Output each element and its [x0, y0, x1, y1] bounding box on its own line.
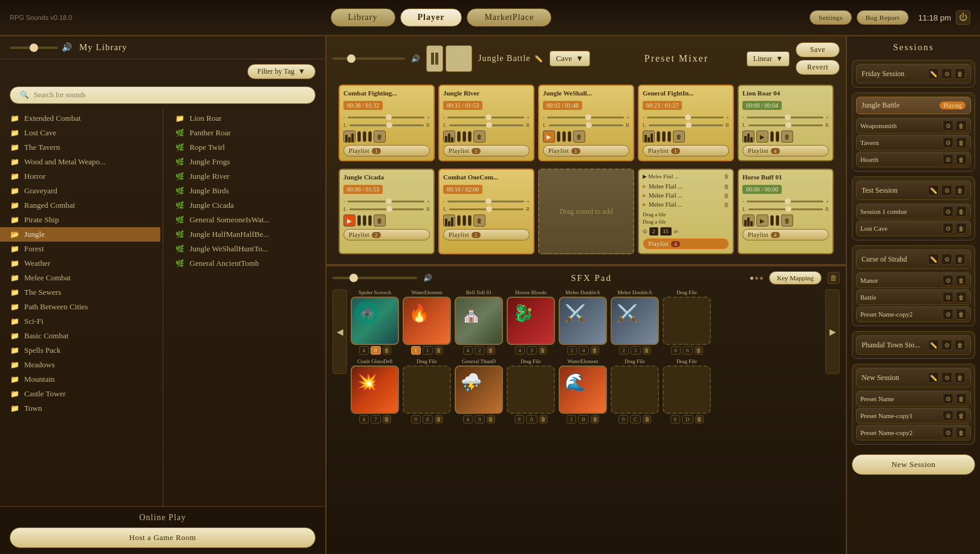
linear-dropdown[interactable]: Linear ▼ [747, 51, 790, 66]
session-sub-hearth[interactable]: Hearth ⚙ 🗑 [856, 152, 971, 167]
new-session-button[interactable]: New Session [852, 454, 975, 475]
settings-icon[interactable]: ⚙ [943, 154, 953, 165]
edit-icon[interactable]: ✏️ [534, 55, 544, 63]
volume-track[interactable] [10, 47, 58, 49]
sfx-image[interactable]: 💥 [351, 366, 399, 414]
session-item-test[interactable]: Test Session ✏️ ⚙ 🗑 [856, 181, 971, 200]
mixer-pause-button[interactable] [426, 45, 443, 72]
delete-icon[interactable]: 🗑 [956, 292, 967, 303]
settings-icon[interactable]: ⚙ [941, 185, 952, 196]
sfx-image[interactable]: 🐉 [507, 297, 555, 345]
melee-del-icon[interactable]: 🗑 [724, 173, 729, 179]
delete-session-icon[interactable]: 🗑 [955, 68, 965, 79]
mixer-stop-button[interactable] [446, 45, 472, 72]
sc-bar1[interactable] [357, 131, 361, 142]
session-sub-session1[interactable]: Session 1 combat ⚙ 🗑 [856, 204, 971, 219]
sfx-image[interactable]: ⛪ [455, 297, 503, 345]
settings-icon[interactable]: ⚙ [943, 275, 953, 286]
lib-item-pirate-ship[interactable]: 📁 Pirate Ship [0, 213, 160, 227]
playlist-button[interactable]: Playlist 4 [643, 238, 729, 250]
session-sub-preset-copy2[interactable]: Preset Name-copy2 ⚙ 🗑 [856, 306, 971, 322]
melee-item-3[interactable]: ▶ Melee Flail ... 🗑 [643, 200, 729, 209]
delete-icon[interactable]: 🗑 [956, 309, 967, 320]
delete-icon[interactable]: 🗑 [956, 137, 967, 148]
session-item-strahd[interactable]: Curse of Strahd ✏️ ⚙ 🗑 [856, 250, 971, 269]
sc-bar3[interactable] [667, 131, 671, 142]
sc-bar2[interactable] [776, 215, 779, 226]
sc-bar2[interactable] [562, 131, 566, 142]
playlist-button[interactable]: Playlist 1 [443, 229, 530, 240]
sfx-item-delete[interactable]: 🗑 [487, 346, 495, 355]
delete-icon[interactable]: 🗑 [956, 223, 967, 234]
sc-bar2[interactable] [462, 215, 466, 226]
settings-icon[interactable]: ⚙ [943, 137, 953, 148]
sc-bar1[interactable] [457, 215, 461, 226]
sc-delete-button[interactable]: 🗑 [374, 214, 386, 227]
session-sub-tavern[interactable]: Tavern ⚙ 🗑 [856, 135, 971, 150]
playlist-button[interactable]: Playlist 1 [643, 145, 729, 156]
sfx-item-delete[interactable]: 🗑 [435, 415, 443, 424]
sc-bar1[interactable] [770, 215, 774, 226]
sfx-volume-thumb[interactable] [349, 274, 358, 282]
del-icon[interactable]: 🗑 [724, 193, 729, 199]
sc-bar3[interactable] [468, 131, 472, 142]
playlist-button[interactable]: Playlist 1 [343, 145, 430, 156]
sfx-delete-button[interactable]: 🗑 [828, 272, 840, 284]
settings-icon[interactable]: ⚙ [943, 223, 953, 234]
save-button[interactable]: Save [796, 42, 840, 57]
lib-item-horror[interactable]: 📁 Horror [0, 169, 160, 184]
lib-item-path-between[interactable]: 📁 Path Between Cities [0, 300, 160, 314]
lib-item-general-ancient[interactable]: 🌿 General AncientTomb [166, 256, 326, 271]
sc-bar1[interactable] [657, 131, 660, 142]
settings-icon[interactable]: ⚙ [943, 120, 953, 131]
lib-item-lion-roar[interactable]: 📁 Lion Roar [166, 111, 326, 126]
delete-icon[interactable]: 🗑 [956, 206, 967, 217]
delete-icon[interactable]: 🗑 [956, 120, 967, 131]
lib-item-castle-tower[interactable]: 📁 Castle Tower [0, 387, 160, 401]
lib-item-the-tavern[interactable]: 📁 The Tavern [0, 140, 160, 155]
melee-item-2[interactable]: ▶ Melee Flail ... 🗑 [643, 191, 729, 200]
tab-player[interactable]: Player [400, 8, 462, 27]
delete-icon[interactable]: 🗑 [956, 393, 967, 404]
bug-report-button[interactable]: Bug Report [857, 10, 909, 25]
host-game-room-button[interactable]: Host a Game Room [10, 527, 316, 548]
lib-item-spells-pack[interactable]: 📁 Spells Pack [0, 343, 160, 358]
sfx-image-empty[interactable] [663, 366, 711, 414]
sc-bar2[interactable] [363, 215, 366, 226]
sc-play-button[interactable]: ▶ [756, 214, 768, 227]
sc-bar1[interactable] [557, 131, 560, 142]
edit-session-icon[interactable]: ✏️ [928, 68, 939, 79]
session-sub-weaponsmith[interactable]: Weaponsmith ⚙ 🗑 [856, 118, 971, 134]
session-sub-battle[interactable]: Battle ⚙ 🗑 [856, 289, 971, 305]
session-sub-manor[interactable]: Manor ⚙ 🗑 [856, 272, 971, 288]
sc-bar1[interactable] [357, 215, 361, 226]
delete-icon[interactable]: 🗑 [955, 372, 965, 383]
sc-eq-button[interactable] [443, 214, 455, 227]
sfx-item-delete[interactable]: 🗑 [539, 415, 548, 424]
mixer-volume-track[interactable] [333, 57, 405, 60]
session-sub-preset-copy2b[interactable]: Preset Name-copy2 ⚙ 🗑 [856, 425, 971, 440]
lib-item-jungle[interactable]: 📂 Jungle [0, 227, 160, 242]
revert-button[interactable]: Revert [796, 60, 840, 75]
sfx-image[interactable]: ⚔️ [559, 297, 607, 345]
playlist-button[interactable]: Playlist 2 [343, 229, 430, 240]
session-sub-preset-copy1[interactable]: Preset Name-copy1 ⚙ 🗑 [856, 408, 971, 424]
lib-item-extended-combat[interactable]: 📁 Extended Combat [0, 111, 160, 126]
session-sub-lostcave[interactable]: Lost Cave ⚙ 🗑 [856, 221, 971, 236]
melee-item-1[interactable]: ▶ Melee Flail ... 🗑 [643, 182, 729, 191]
sc-eq-button[interactable] [343, 130, 355, 143]
lib-item-graveyard[interactable]: 📁 Graveyard [0, 184, 160, 198]
lib-item-general-someone[interactable]: 🌿 General SomeoneIsWat... [166, 213, 326, 227]
lib-item-jungle-cicada[interactable]: 🌿 Jungle Cicada [166, 198, 326, 213]
playlist-button[interactable]: Playlist 4 [742, 145, 829, 156]
lib-item-town[interactable]: 📁 Town [0, 401, 160, 416]
keymapping-button[interactable]: Key Mapping [769, 271, 822, 285]
del-icon[interactable]: 🗑 [724, 202, 729, 208]
sc-eq-button[interactable] [443, 130, 455, 143]
sfx-item-delete[interactable]: 🗑 [695, 415, 704, 424]
mixer-volume-thumb[interactable] [347, 54, 355, 63]
sc-bar3[interactable] [368, 131, 372, 142]
sfx-item-delete[interactable]: 🗑 [591, 415, 599, 424]
sc-delete-button[interactable]: 🗑 [573, 130, 585, 143]
lib-item-scifi[interactable]: 📁 Sci-Fi [0, 314, 160, 329]
